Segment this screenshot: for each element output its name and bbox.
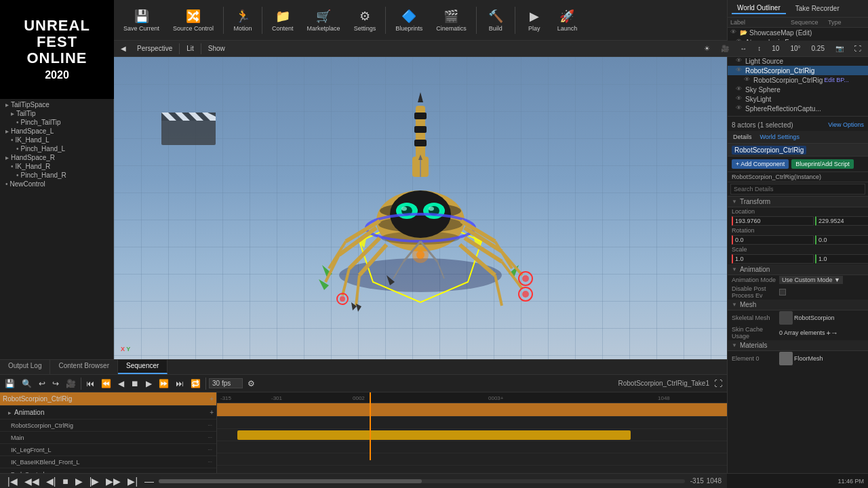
outliner-item[interactable]: 👁 SkyLight: [728, 94, 868, 104]
tree-item[interactable]: •IK_Hand_R: [0, 162, 113, 171]
save-current-button[interactable]: 💾 Save Current: [118, 6, 165, 35]
motion-button[interactable]: 🏃 Motion: [228, 6, 258, 35]
vt-rotation[interactable]: 10°: [786, 43, 804, 54]
seq-play-back-btn[interactable]: ◀: [116, 378, 126, 389]
visibility-icon[interactable]: 👁: [736, 85, 744, 94]
timeline-scrubber[interactable]: [159, 479, 685, 483]
source-control-button[interactable]: 🔀 Source Control: [167, 6, 219, 35]
seq-stop-btn[interactable]: ⏹: [129, 378, 141, 389]
timeline-track[interactable]: [217, 453, 727, 466]
seq-track-sub[interactable]: Main ···: [0, 432, 216, 444]
seq-loop-btn[interactable]: 🔁: [189, 378, 203, 389]
outliner-item-selected[interactable]: 👁 RobotScorpion_CtrlRig: [728, 66, 868, 75]
tree-item[interactable]: •Pinch_Hand_R: [0, 171, 113, 180]
blueprint-script-btn[interactable]: Blueprint/Add Script: [791, 159, 854, 169]
rotation-y[interactable]: 0.0: [815, 235, 868, 245]
animation-section-header[interactable]: ▼ Animation: [728, 264, 868, 275]
seq-redo-btn[interactable]: ↪: [50, 378, 61, 389]
pb-next-btn[interactable]: ▶▶: [104, 476, 123, 487]
visibility-icon[interactable]: 👁: [736, 95, 744, 103]
marketplace-button[interactable]: 🛒 Marketplace: [302, 6, 346, 35]
visibility-icon[interactable]: 👁: [744, 76, 752, 84]
timeline-track-empty[interactable]: [217, 417, 727, 429]
tab-output-log[interactable]: Output Log: [0, 360, 50, 374]
vt-camera[interactable]: 📷: [831, 43, 848, 54]
scale-y[interactable]: 1.0: [815, 254, 868, 264]
timeline-track-block-row[interactable]: [217, 429, 727, 441]
tab-content-browser[interactable]: Content Browser: [50, 360, 117, 374]
materials-section-header[interactable]: ▼ Materials: [728, 340, 868, 351]
seq-undo-btn[interactable]: ↩: [37, 378, 47, 389]
animation-block[interactable]: [237, 430, 631, 440]
outliner-item[interactable]: 👁 Sky Sphere: [728, 85, 868, 94]
seq-track-animation[interactable]: ▸ Animation +: [0, 406, 216, 420]
transform-section-header[interactable]: ▼ Transform: [728, 197, 868, 207]
outliner-item[interactable]: 👁 RobotScorpion_CtrlRig Edit BP...: [728, 75, 868, 85]
vt-maximize[interactable]: ⛶: [850, 43, 865, 54]
vt-arrow-btn[interactable]: ◀: [117, 43, 130, 54]
vt-grid-size[interactable]: 10: [768, 43, 783, 54]
tree-item[interactable]: ▸HandSpace_R: [0, 153, 113, 162]
seq-track-root[interactable]: RobotScorpion_CtrlRig +: [0, 392, 216, 406]
tree-item[interactable]: ▸TailTip: [0, 109, 113, 118]
track-add-btn[interactable]: +: [210, 409, 214, 416]
visibility-icon[interactable]: 👁: [736, 66, 744, 75]
timeline-track[interactable]: [217, 441, 727, 453]
content-button[interactable]: 📁 Content: [267, 6, 299, 35]
view-options-btn[interactable]: View Options: [828, 121, 864, 129]
build-button[interactable]: 🔨 Build: [481, 6, 511, 35]
mesh-section-header[interactable]: ▼ Mesh: [728, 300, 868, 310]
tab-take-recorder[interactable]: Take Recorder: [790, 3, 845, 14]
play-button[interactable]: ▶ Play: [519, 6, 549, 35]
location-y[interactable]: 229.9524: [815, 216, 868, 226]
seq-track-sub[interactable]: IK_BaseIKBlend_Front_L ···: [0, 456, 216, 468]
tree-item[interactable]: •NewControl: [0, 180, 113, 188]
show-btn[interactable]: Show: [204, 43, 229, 54]
lit-btn[interactable]: Lit: [182, 43, 198, 54]
pb-step-back-btn[interactable]: ◀|: [44, 476, 58, 487]
seq-camera-btn[interactable]: 🎥: [64, 378, 78, 389]
tree-item[interactable]: •Pinch_TailTip: [0, 118, 113, 127]
vt-icon-btn[interactable]: ↔: [736, 43, 751, 54]
visibility-icon[interactable]: 👁: [730, 28, 738, 37]
rotation-x[interactable]: 0.0: [732, 235, 814, 245]
pb-prev-btn[interactable]: ◀◀: [22, 476, 41, 487]
tree-item[interactable]: •Pinch_Hand_L: [0, 144, 113, 153]
pb-step-fwd-btn[interactable]: |▶: [87, 476, 102, 487]
pb-last-btn[interactable]: ▶|: [125, 476, 140, 487]
settings-button[interactable]: ⚙ Settings: [349, 6, 382, 35]
blueprints-button[interactable]: 🔷 Blueprints: [390, 6, 428, 35]
tree-item[interactable]: ▸TailTipSpace: [0, 100, 113, 109]
seq-step-back-btn[interactable]: ⏪: [99, 378, 113, 389]
pb-stop-btn[interactable]: ■: [60, 476, 70, 487]
seq-next-btn[interactable]: ⏭: [174, 378, 186, 389]
scale-x[interactable]: 1.0: [732, 254, 814, 264]
visibility-icon[interactable]: 👁: [736, 104, 744, 113]
vt-icon-btn[interactable]: 🎥: [717, 43, 733, 54]
pb-first-btn[interactable]: |◀: [5, 476, 20, 487]
tab-sequencer[interactable]: Sequencer: [118, 360, 167, 374]
disable-post-checkbox[interactable]: [779, 289, 786, 296]
fps-input[interactable]: 30 fps: [209, 378, 243, 388]
world-settings-btn[interactable]: World Settings: [757, 132, 802, 142]
cinematics-button[interactable]: 🎬 Cinematics: [431, 6, 472, 35]
outliner-item[interactable]: 👁 📂 ShowcaseMap (Edit): [728, 28, 868, 37]
tab-world-outliner[interactable]: World Outliner: [732, 3, 786, 14]
seq-settings-btn[interactable]: ⚙: [245, 378, 257, 389]
track-add-btn[interactable]: +: [210, 395, 214, 403]
viewport-3d[interactable]: X Y: [114, 57, 727, 359]
vt-icon-btn[interactable]: ↕: [753, 43, 765, 54]
seq-maximize-btn[interactable]: ⛶: [712, 378, 724, 389]
outliner-item[interactable]: 👁 Light Source: [728, 56, 868, 66]
pb-play-btn[interactable]: ▶: [73, 476, 85, 487]
perspective-btn[interactable]: Perspective: [133, 43, 176, 54]
timeline-track-root[interactable]: [217, 403, 727, 417]
seq-save-btn[interactable]: 💾: [3, 378, 17, 389]
add-component-btn[interactable]: + Add Component: [732, 159, 789, 169]
details-tab[interactable]: Details: [730, 132, 755, 142]
launch-button[interactable]: 🚀 Launch: [552, 6, 583, 35]
tree-item[interactable]: ▸HandSpace_L: [0, 127, 113, 136]
seq-step-fwd-btn[interactable]: ⏩: [157, 378, 171, 389]
anim-mode-dropdown[interactable]: Use Custom Mode ▼: [779, 276, 843, 284]
remove-element-btn[interactable]: →: [831, 329, 838, 337]
